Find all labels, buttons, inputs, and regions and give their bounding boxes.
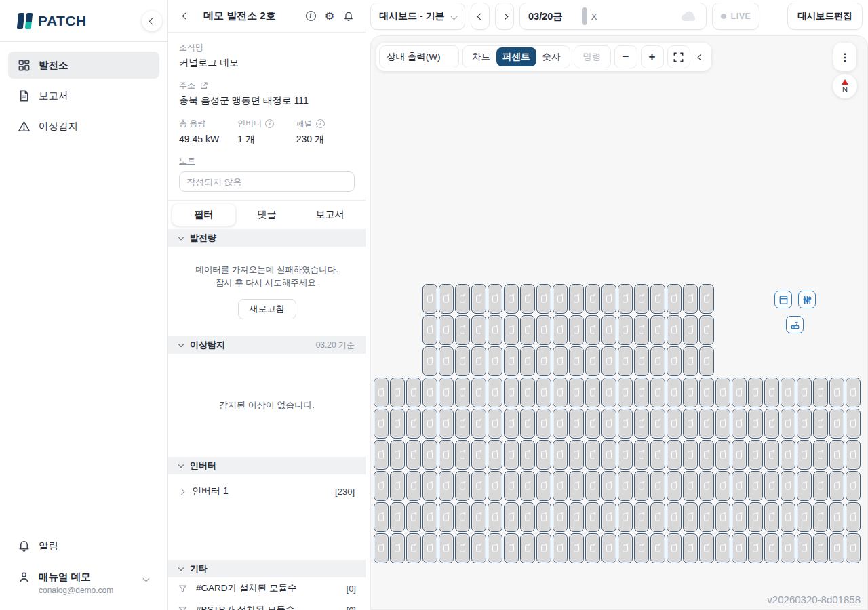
pv-module[interactable] (748, 533, 763, 563)
pv-module[interactable] (569, 502, 584, 532)
pv-module[interactable] (699, 409, 714, 439)
pv-module[interactable] (471, 284, 486, 314)
pv-module[interactable] (406, 533, 421, 563)
pv-module[interactable] (471, 346, 486, 376)
mode-number-button[interactable]: 숫자 (536, 47, 567, 66)
pv-module[interactable] (439, 471, 454, 501)
pv-module[interactable] (699, 315, 714, 345)
pv-module[interactable] (520, 471, 535, 501)
pv-module[interactable] (520, 409, 535, 439)
pv-module[interactable] (650, 346, 665, 376)
pv-module[interactable] (553, 346, 568, 376)
pv-module[interactable] (813, 471, 828, 501)
pv-module[interactable] (813, 533, 828, 563)
pv-module[interactable] (569, 440, 584, 470)
pv-module[interactable] (601, 440, 616, 470)
pv-module[interactable] (797, 533, 812, 563)
pv-module[interactable] (406, 471, 421, 501)
pv-module[interactable] (601, 284, 616, 314)
pv-module[interactable] (601, 409, 616, 439)
pv-module[interactable] (585, 502, 600, 532)
pv-module[interactable] (846, 502, 861, 532)
pv-module[interactable] (520, 440, 535, 470)
pv-module[interactable] (471, 471, 486, 501)
pv-module[interactable] (715, 378, 730, 407)
pv-module[interactable] (488, 533, 502, 563)
pv-module[interactable] (585, 284, 600, 314)
pv-module[interactable] (634, 502, 649, 532)
pv-module[interactable] (536, 315, 551, 345)
pv-module[interactable] (715, 502, 730, 532)
pv-module[interactable] (764, 440, 779, 470)
pv-module[interactable] (634, 284, 649, 314)
pv-module[interactable] (764, 533, 779, 563)
pv-module[interactable] (536, 502, 551, 532)
alerts-menu-item[interactable]: 알림 (8, 533, 159, 558)
pv-module[interactable] (390, 378, 405, 407)
pv-module[interactable] (846, 378, 861, 407)
filter-row-gard[interactable]: #GARD가 설치된 모듈수 [0] (168, 577, 366, 599)
pv-module[interactable] (618, 346, 633, 376)
refresh-button[interactable]: 새로고침 (238, 299, 296, 319)
pv-module[interactable] (439, 533, 454, 563)
pv-module[interactable] (732, 378, 747, 407)
pv-module[interactable] (650, 471, 665, 501)
pv-module[interactable] (634, 409, 649, 439)
external-link-icon[interactable] (199, 81, 208, 90)
pv-module[interactable] (585, 378, 600, 407)
pv-module[interactable] (439, 378, 454, 407)
pv-module[interactable] (585, 315, 600, 345)
pv-module[interactable] (781, 409, 795, 439)
pv-module[interactable] (536, 378, 551, 407)
pv-module[interactable] (667, 346, 682, 376)
sidebar-item-anomaly[interactable]: 이상감지 (8, 113, 159, 140)
pv-module[interactable] (569, 378, 584, 407)
pv-module[interactable] (699, 502, 714, 532)
pv-module[interactable] (488, 440, 502, 470)
pv-module[interactable] (585, 409, 600, 439)
pv-module[interactable] (455, 471, 470, 501)
pv-module[interactable] (797, 440, 812, 470)
pv-module[interactable] (797, 378, 812, 407)
pv-module[interactable] (374, 440, 389, 470)
tab-filter[interactable]: 필터 (172, 204, 235, 226)
pv-module[interactable] (601, 315, 616, 345)
inverter-icon[interactable] (774, 291, 792, 308)
pv-module[interactable] (683, 284, 698, 314)
pv-module[interactable] (715, 471, 730, 501)
pv-module[interactable] (797, 409, 812, 439)
pv-module[interactable] (764, 502, 779, 532)
pv-module[interactable] (634, 440, 649, 470)
pv-module[interactable] (553, 378, 568, 407)
pv-module[interactable] (422, 440, 437, 470)
pv-module[interactable] (813, 409, 828, 439)
pv-module[interactable] (732, 502, 747, 532)
pv-module[interactable] (455, 315, 470, 345)
pv-module[interactable] (536, 409, 551, 439)
pv-module[interactable] (422, 409, 437, 439)
pv-module[interactable] (618, 502, 633, 532)
pv-module[interactable] (601, 533, 616, 563)
pv-module[interactable] (536, 440, 551, 470)
pv-module[interactable] (569, 315, 584, 345)
pv-module[interactable] (601, 471, 616, 501)
sidebar-item-plants[interactable]: 발전소 (8, 52, 159, 79)
pv-module[interactable] (439, 284, 454, 314)
pv-module[interactable] (813, 440, 828, 470)
pv-module[interactable] (667, 315, 682, 345)
map-menu-button[interactable]: ⋮ (833, 43, 856, 71)
tab-comments[interactable]: 댓글 (235, 204, 298, 226)
filter-row-bstr[interactable]: #BSTR가 설치된 모듈수 [0] (168, 599, 366, 610)
pv-module[interactable] (374, 409, 389, 439)
pv-module[interactable] (667, 502, 682, 532)
section-generation-header[interactable]: 발전량 (168, 229, 366, 247)
pv-module[interactable] (488, 315, 502, 345)
optimizer-icon[interactable] (798, 291, 816, 308)
pv-module[interactable] (390, 533, 405, 563)
pv-module[interactable] (520, 533, 535, 563)
pv-module[interactable] (634, 315, 649, 345)
pv-module[interactable] (488, 346, 502, 376)
pv-module[interactable] (553, 284, 568, 314)
pv-module[interactable] (455, 378, 470, 407)
settings-gear-button[interactable]: ⚙ (323, 10, 336, 22)
